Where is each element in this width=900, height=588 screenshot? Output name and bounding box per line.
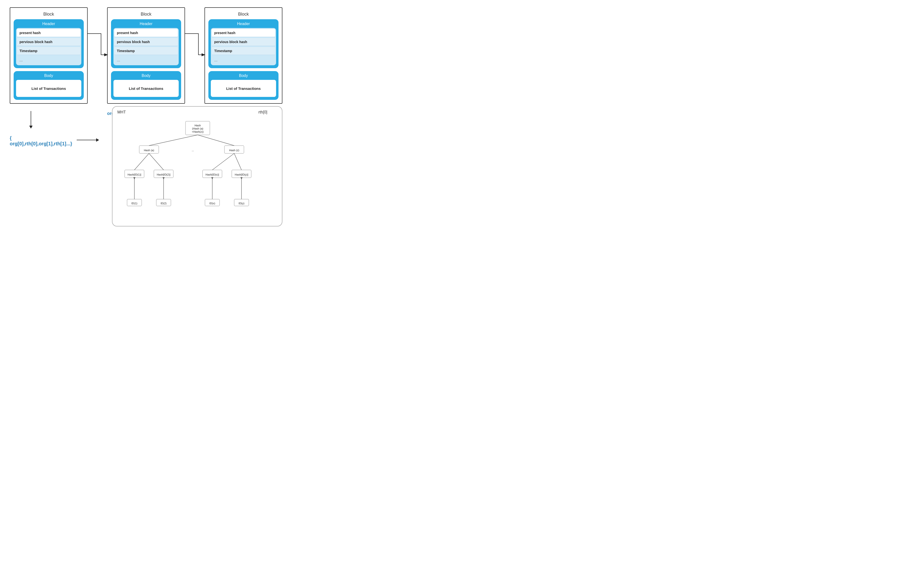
block-1-header: Header present hash pervious block hash … (14, 19, 84, 68)
block-2-header: Header present hash pervious block hash … (111, 19, 181, 68)
mht-wrapper: org[0] MHT rth[0] Hash (110, 106, 282, 227)
block-2-body-content: List of Transactions (113, 80, 179, 97)
block-1-body: Body List of Transactions (14, 71, 84, 100)
blocks-row: Block Header present hash pervious block… (10, 7, 336, 104)
svg-text:...: ... (192, 149, 194, 152)
mht-title: MHT (117, 110, 126, 115)
block-2-title: Block (111, 12, 181, 17)
connector-1-2 (87, 34, 107, 55)
down-arrow (29, 111, 33, 129)
svg-text:Hash[ID(y)]: Hash[ID(y)] (235, 173, 248, 176)
svg-text:ID(x): ID(x) (209, 202, 215, 205)
svg-text:(Hash (a): (Hash (a) (192, 127, 203, 130)
block-3-body-title: Body (211, 73, 276, 78)
block-3-header: Header present hash pervious block hash … (208, 19, 278, 68)
block-3-body: Body List of Transactions (208, 71, 278, 100)
block-2-ellipsis: ... (115, 56, 178, 64)
tree-svg: Hash (Hash (a) +Hash(z)) Hash (a) ... Ha… (120, 119, 276, 219)
rth-label: rth[0] (259, 110, 267, 115)
svg-line-30 (234, 154, 242, 170)
diagram-container: Block Header present hash pervious block… (0, 0, 341, 231)
block-3-ellipsis: ... (212, 56, 275, 64)
block-2-header-title: Header (113, 22, 179, 26)
block-1-title: Block (14, 12, 84, 17)
block-1-ellipsis: ... (17, 56, 80, 64)
svg-text:ID(2): ID(2) (161, 202, 166, 205)
block-1-body-content: List of Transactions (16, 80, 81, 97)
svg-line-25 (149, 135, 198, 146)
block-1: Block Header present hash pervious block… (10, 7, 88, 104)
svg-line-28 (149, 154, 164, 170)
transaction-list-text: { org[0],rth[0],org[1],rth[1]...} (10, 135, 72, 147)
block-3: Block Header present hash pervious block… (205, 7, 282, 104)
svg-text:ID(1): ID(1) (132, 202, 137, 205)
svg-line-29 (212, 154, 234, 170)
down-arrow-head (29, 126, 33, 129)
block-2-body: Body List of Transactions (111, 71, 181, 100)
block-3-header-fields: present hash pervious block hash Timesta… (211, 28, 276, 65)
block-2-header-fields: present hash pervious block hash Timesta… (113, 28, 179, 65)
svg-text:Hash: Hash (194, 124, 201, 127)
block-2-previous-hash: pervious block hash (115, 38, 178, 46)
svg-line-27 (134, 154, 149, 170)
block-1-header-fields: present hash pervious block hash Timesta… (16, 28, 81, 65)
block-1-timestamp: Timestamp (17, 47, 80, 55)
horiz-arrow-line (77, 140, 96, 140)
svg-text:Hash[ID(x)]: Hash[ID(x)] (205, 173, 219, 176)
block-3-body-content: List of Transactions (211, 80, 276, 97)
down-arrow-line (31, 111, 31, 126)
block-3-previous-hash: pervious block hash (212, 38, 275, 46)
block-2: Block Header present hash pervious block… (107, 7, 185, 104)
svg-text:Hash[ID(2)]: Hash[ID(2)] (157, 173, 171, 176)
block-2-present-hash: present hash (115, 29, 178, 37)
block-2-timestamp: Timestamp (115, 47, 178, 55)
block-3-timestamp: Timestamp (212, 47, 275, 55)
svg-text:Hash (a): Hash (a) (144, 149, 154, 152)
block-3-present-hash: present hash (212, 29, 275, 37)
left-bottom: { org[0],rth[0],org[1],rth[1]...} (10, 111, 102, 147)
mht-container: MHT rth[0] Hash (Hash (a) (112, 106, 282, 227)
svg-line-26 (198, 135, 234, 146)
block-3-header-title: Header (211, 22, 276, 26)
connector-2-3 (185, 34, 205, 55)
block-1-body-title: Body (16, 73, 81, 78)
block-1-previous-hash: pervious block hash (17, 38, 80, 46)
horiz-arrow-head (96, 138, 99, 142)
horiz-arrow (77, 138, 99, 142)
bottom-section: { org[0],rth[0],org[1],rth[1]...} org[0]… (10, 111, 336, 227)
block-2-body-title: Body (113, 73, 179, 78)
svg-text:ID(y): ID(y) (239, 202, 244, 205)
block-1-header-title: Header (16, 22, 81, 26)
svg-text:Hash (z): Hash (z) (229, 149, 239, 152)
block-3-title: Block (208, 12, 278, 17)
svg-text:+Hash(z)): +Hash(z)) (192, 130, 204, 133)
block-1-present-hash: present hash (17, 29, 80, 37)
svg-text:Hash[ID(1)]: Hash[ID(1)] (127, 173, 141, 176)
